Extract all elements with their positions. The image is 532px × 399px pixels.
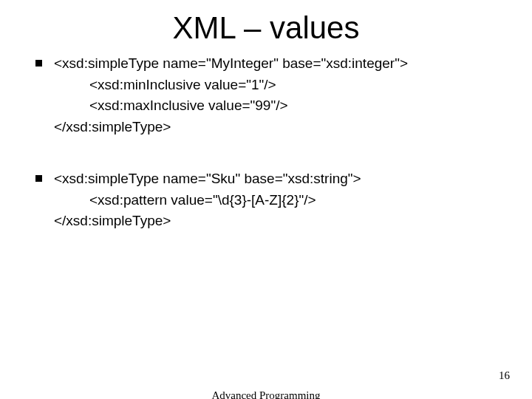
bullet-square-icon [35, 175, 42, 182]
bullet-row: <xsd:simpleType name="MyInteger" base="x… [35, 53, 502, 75]
code-line: </xsd:simpleType> [54, 211, 502, 232]
code-line: <xsd:pattern value="\d{3}-[A-Z]{2}"/> [89, 190, 502, 211]
slide: XML – values <xsd:simpleType name="MyInt… [0, 0, 532, 399]
bullet-square-icon [35, 60, 42, 66]
code-line: <xsd:simpleType name="Sku" base="xsd:str… [54, 168, 502, 190]
code-line: <xsd:simpleType name="MyInteger" base="x… [54, 53, 502, 75]
code-line: <xsd:minInclusive value="1"/> [89, 75, 502, 96]
footer-page-number: 16 [499, 369, 510, 382]
slide-content: <xsd:simpleType name="MyInteger" base="x… [0, 53, 532, 232]
bullet-block-1: <xsd:simpleType name="MyInteger" base="x… [35, 53, 502, 137]
slide-title: XML – values [0, 0, 532, 53]
bullet-row: <xsd:simpleType name="Sku" base="xsd:str… [35, 168, 502, 190]
bullet-block-2: <xsd:simpleType name="Sku" base="xsd:str… [35, 168, 502, 232]
code-line: <xsd:maxInclusive value="99"/> [89, 95, 502, 117]
footer-center: Advanced Programming Spring 2002 [211, 389, 320, 399]
footer-course: Advanced Programming [211, 389, 320, 399]
code-line: </xsd:simpleType> [54, 117, 502, 138]
